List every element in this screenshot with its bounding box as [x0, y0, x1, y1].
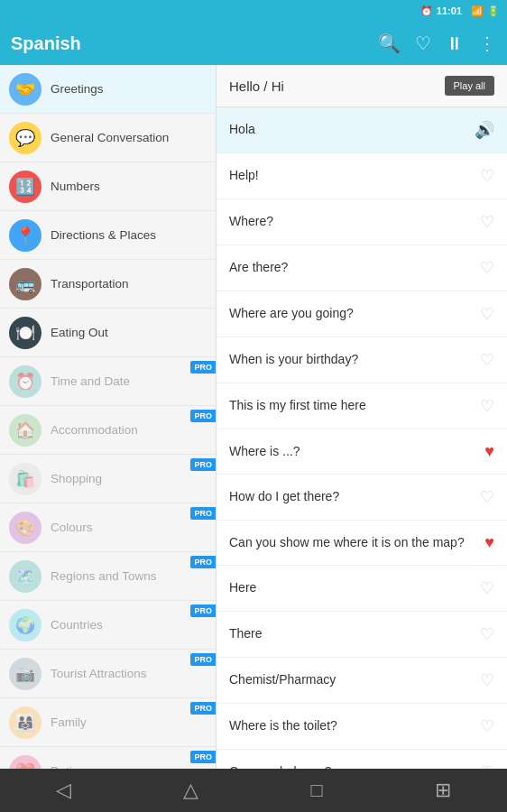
heart-empty-how_get[interactable]: ♡	[480, 487, 494, 507]
status-time: 11:01	[437, 5, 462, 16]
heart-filled-where_is[interactable]: ♥	[484, 442, 494, 461]
speaker-icon[interactable]: 🔊	[475, 120, 494, 140]
heart-empty-here[interactable]: ♡	[480, 578, 494, 598]
phrase-text-toilet: Where is the toilet?	[229, 717, 473, 735]
sidebar-item-transportation[interactable]: 🚌Transportation	[0, 260, 216, 309]
home-button[interactable]: △	[183, 779, 198, 802]
sidebar-label-regions: Regions and Towns	[51, 569, 207, 583]
sidebar-item-family[interactable]: 👨‍👩‍👧FamilyPRO	[0, 698, 216, 747]
recent-button[interactable]: □	[310, 779, 322, 802]
back-button[interactable]: ◁	[56, 779, 71, 802]
sidebar-item-regions[interactable]: 🗺️Regions and TownsPRO	[0, 552, 216, 601]
pro-badge-accommodation: PRO	[190, 410, 216, 422]
phrase-text-birthday: When is your birthday?	[229, 351, 473, 369]
sidebar-item-directions[interactable]: 📍Directions & Places	[0, 211, 216, 260]
phrase-row-birthday[interactable]: When is your birthday?♡	[217, 337, 507, 383]
sidebar-item-tourist[interactable]: 📷Tourist AttractionsPRO	[0, 650, 216, 698]
phrase-text-how_get: How do I get there?	[229, 488, 473, 506]
pro-badge-dating: PRO	[190, 751, 216, 763]
sidebar-item-numbers[interactable]: 🔢Numbers	[0, 162, 216, 211]
sidebar-icon-family: 👨‍👩‍👧	[9, 706, 41, 739]
phrase-text-help_me: Can you help me?	[229, 763, 473, 769]
heart-empty-where_going[interactable]: ♡	[480, 304, 494, 324]
phrase-row-where[interactable]: Where?♡	[217, 199, 507, 245]
phrase-text-show_map: Can you show me where it is on the map?	[229, 534, 477, 552]
sidebar-icon-transportation: 🚌	[9, 268, 41, 300]
phrase-row-how_get[interactable]: How do I get there?♡	[217, 475, 507, 521]
phrase-text-help: Help!	[229, 167, 473, 185]
main-content: 🤝Greetings💬General Conversation🔢Numbers📍…	[0, 65, 507, 769]
phrase-text-where_going: Where are you going?	[229, 305, 473, 323]
phrase-row-show_map[interactable]: Can you show me where it is on the map?♥	[217, 521, 507, 566]
content-title: Hello / Hi	[229, 78, 284, 94]
phrase-text-here: Here	[229, 579, 473, 597]
sidebar-icon-numbers: 🔢	[9, 171, 41, 203]
sidebar-label-countries: Countries	[51, 618, 207, 632]
phrase-text-there: There	[229, 625, 473, 643]
heart-empty-help_me[interactable]: ♡	[480, 762, 494, 769]
heart-empty-chemist[interactable]: ♡	[480, 670, 494, 690]
heart-empty-birthday[interactable]: ♡	[480, 350, 494, 370]
sidebar-label-colours: Colours	[51, 521, 207, 534]
phrase-text-where_is: Where is ...?	[229, 443, 477, 461]
sidebar-label-transportation: Transportation	[51, 277, 207, 291]
heart-empty-toilet[interactable]: ♡	[480, 716, 494, 736]
sidebar-item-eating[interactable]: 🍽️Eating Out	[0, 309, 216, 357]
sidebar-icon-accommodation: 🏠	[9, 414, 41, 447]
play-all-button[interactable]: Play all	[445, 76, 494, 96]
heart-empty-there[interactable]: ♡	[480, 624, 494, 644]
heart-empty-where[interactable]: ♡	[480, 212, 494, 232]
favorite-icon[interactable]: ♡	[415, 32, 431, 54]
sidebar-icon-colours: 🎨	[9, 512, 41, 544]
sidebar-icon-directions: 📍	[9, 219, 41, 252]
sidebar-label-general: General Conversation	[51, 131, 207, 144]
qr-button[interactable]: ⊞	[435, 779, 451, 802]
phrase-text-hola: Hola	[229, 121, 467, 139]
sidebar-icon-greetings: 🤝	[9, 73, 41, 106]
status-icons: ⏰ 11:01 📶 🔋	[420, 5, 500, 17]
sidebar-icon-shopping: 🛍️	[9, 463, 41, 495]
phrase-row-toilet[interactable]: Where is the toilet?♡	[217, 704, 507, 750]
phrases-list: Hola🔊Help!♡Where?♡Are there?♡Where are y…	[217, 107, 507, 769]
sidebar-label-shopping: Shopping	[51, 472, 207, 485]
pro-badge-countries: PRO	[190, 604, 216, 617]
heart-filled-show_map[interactable]: ♥	[484, 533, 494, 552]
pro-badge-shopping: PRO	[190, 458, 216, 471]
status-bar: ⏰ 11:01 📶 🔋	[0, 0, 507, 22]
phrase-row-chemist[interactable]: Chemist/Pharmacy♡	[217, 658, 507, 704]
sidebar-item-colours[interactable]: 🎨ColoursPRO	[0, 503, 216, 552]
sidebar-item-countries[interactable]: 🌍CountriesPRO	[0, 601, 216, 650]
pro-badge-family: PRO	[190, 702, 216, 715]
sidebar-label-dating: Dating	[51, 764, 207, 769]
sidebar-item-timedate[interactable]: ⏰Time and DatePRO	[0, 357, 216, 406]
phrase-text-first_time: This is my first time here	[229, 397, 473, 415]
pause-icon[interactable]: ⏸	[446, 33, 464, 54]
sidebar-icon-timedate: ⏰	[9, 365, 41, 398]
phrase-row-hola[interactable]: Hola🔊	[217, 107, 507, 153]
sidebar-item-shopping[interactable]: 🛍️ShoppingPRO	[0, 455, 216, 503]
phrase-row-help_me[interactable]: Can you help me?♡	[217, 750, 507, 769]
sidebar-item-general[interactable]: 💬General Conversation	[0, 114, 216, 162]
alarm-icon: ⏰	[420, 5, 433, 17]
heart-empty-help[interactable]: ♡	[480, 166, 494, 186]
phrase-row-help[interactable]: Help!♡	[217, 153, 507, 199]
sidebar-item-greetings[interactable]: 🤝Greetings	[0, 65, 216, 114]
phrase-row-where_going[interactable]: Where are you going?♡	[217, 291, 507, 337]
phrase-row-where_is[interactable]: Where is ...?♥	[217, 429, 507, 475]
sidebar-label-numbers: Numbers	[51, 180, 207, 193]
content-header: Hello / Hi Play all	[217, 65, 507, 107]
heart-empty-first_time[interactable]: ♡	[480, 396, 494, 416]
heart-empty-are_there[interactable]: ♡	[480, 258, 494, 278]
sidebar-item-dating[interactable]: ❤️DatingPRO	[0, 747, 216, 769]
app-title: Spanish	[11, 33, 378, 54]
phrase-row-are_there[interactable]: Are there?♡	[217, 245, 507, 291]
sidebar-item-accommodation[interactable]: 🏠AccommodationPRO	[0, 406, 216, 455]
app-bar: Spanish 🔍 ♡ ⏸ ⋮	[0, 22, 507, 65]
phrase-row-there[interactable]: There♡	[217, 612, 507, 658]
more-icon[interactable]: ⋮	[478, 32, 496, 54]
search-icon[interactable]: 🔍	[378, 32, 401, 54]
phrase-row-first_time[interactable]: This is my first time here♡	[217, 383, 507, 429]
wifi-icon: 📶	[471, 5, 484, 17]
phrase-row-here[interactable]: Here♡	[217, 566, 507, 612]
sidebar-icon-general: 💬	[9, 122, 41, 154]
